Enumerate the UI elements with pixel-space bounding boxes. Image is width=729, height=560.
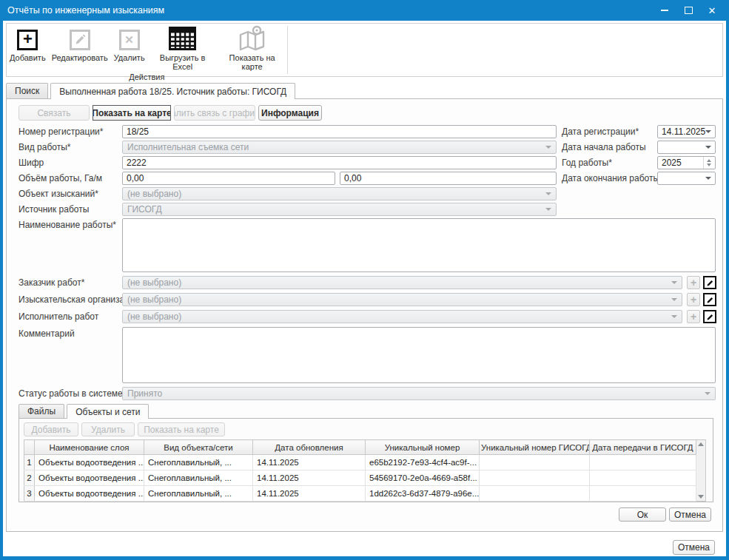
cell-gisogd-uid: [480, 455, 590, 470]
minimize-icon: [661, 10, 668, 11]
work-year-spinner[interactable]: 2025: [657, 156, 716, 169]
cell-layer: Объекты водоотведения ...: [35, 455, 144, 470]
tab-search[interactable]: Поиск: [6, 83, 48, 98]
tab-objects-networks[interactable]: Объекты и сети: [67, 404, 149, 419]
unlink-graphics-button: далить связь с графико: [174, 105, 255, 121]
volume-input-2[interactable]: [340, 172, 557, 185]
table-row[interactable]: 1 Объекты водоотведения ... Снегоплавиль…: [24, 455, 696, 470]
work-name-textarea[interactable]: [122, 218, 716, 272]
form-row-cipher: Шифр Год работы* 2025: [19, 156, 716, 169]
chevron-down-icon: [705, 130, 711, 133]
chevron-down-icon: [671, 298, 677, 301]
chevron-down-icon: [545, 192, 551, 195]
col-kind[interactable]: Вид объекта/сети: [144, 440, 253, 455]
spinner-buttons[interactable]: [703, 157, 711, 169]
info-button[interactable]: Информация: [258, 105, 322, 121]
chevron-down-icon: [705, 146, 711, 149]
toolbar-add-button[interactable]: + Добавить: [10, 26, 46, 62]
objects-show-on-map-button: Показать на карте: [138, 422, 225, 436]
toolbar-export-excel-button[interactable]: Выгрузить в Excel: [151, 26, 215, 71]
cell-gisogd-uid: [480, 470, 590, 486]
main-tabbar: Поиск Выполненная работа 18/25. Источник…: [6, 82, 723, 98]
window-cancel-button[interactable]: Отмена: [673, 540, 715, 555]
survey-org-add-button: +: [687, 293, 700, 306]
work-type-select: Исполнительная съемка сети: [122, 141, 557, 154]
cell-gisogd-date: [590, 455, 696, 470]
col-updated[interactable]: Дата обновления: [253, 440, 366, 455]
close-button[interactable]: ✕: [705, 4, 719, 16]
status-label: Статус работы в системе: [19, 388, 122, 399]
chevron-down-icon: [705, 177, 711, 180]
cell-uid: 54569170-2e0a-4669-a58f...: [366, 470, 480, 486]
col-layer[interactable]: Наименование слоя: [35, 440, 144, 455]
toolbar-delete-button: ✕ Удалить: [114, 26, 145, 62]
form-row-work-name: Наименование работы*: [19, 218, 716, 272]
link-button: Связать: [19, 105, 90, 121]
survey-org-edit-button[interactable]: [703, 293, 716, 306]
volume-input-1[interactable]: [122, 172, 335, 185]
cell-gisogd-date: [590, 470, 696, 486]
pencil-icon: [70, 30, 90, 50]
objects-add-button: Добавить: [24, 422, 78, 436]
form-row-executor: Исполнитель работ (не выбрано) +: [19, 310, 716, 323]
comment-textarea[interactable]: [122, 327, 716, 383]
chevron-down-icon: [671, 281, 677, 284]
table-header-row: Наименование слоя Вид объекта/сети Дата …: [24, 440, 696, 455]
cipher-label: Шифр: [19, 158, 122, 168]
work-type-value: Исполнительная съемка сети: [127, 142, 545, 152]
toolbar-edit-button: Редактировать: [52, 26, 108, 62]
reg-number-label: Номер регистрации*: [19, 126, 122, 137]
row-number: 3: [24, 486, 35, 502]
app-window: Отчёты по инженерным изысканиям ✕ + Доба…: [0, 0, 729, 560]
col-gisogd-uid[interactable]: Уникальный номер ГИСОГД: [480, 440, 590, 455]
cell-kind: Снегоплавильный, ...: [144, 486, 253, 502]
spin-down-icon: [707, 163, 711, 166]
col-gisogd-date[interactable]: Дата передачи в ГИСОГД: [590, 440, 696, 455]
cell-gisogd-date: [590, 486, 696, 502]
row-number: 1: [24, 455, 35, 470]
work-year-value: 2025: [662, 158, 682, 168]
form-row-work-source: Источник работы ГИСОГД: [19, 203, 716, 216]
comment-label: Комментарий: [19, 327, 122, 339]
cell-kind: Снегоплавильный, ...: [144, 455, 253, 470]
toolbar-edit-label: Редактировать: [52, 53, 108, 62]
table-vertical-scrollbar[interactable]: [696, 439, 706, 502]
chevron-down-icon: [705, 392, 710, 395]
action-buttons-row: Связать Показать на карте далить связь с…: [19, 105, 716, 121]
cancel-button[interactable]: Отмена: [669, 507, 711, 522]
reg-date-picker[interactable]: 14.11.2025: [657, 125, 716, 138]
reg-number-input[interactable]: [122, 125, 557, 138]
work-source-select: ГИСОГД: [122, 203, 557, 216]
cipher-input[interactable]: [122, 156, 557, 169]
cell-updated: 14.11.2025: [253, 455, 366, 470]
start-date-picker[interactable]: [657, 141, 716, 154]
table-row[interactable]: 2 Объекты водоотведения ... Снегоплавиль…: [24, 470, 696, 486]
pencil-icon: [706, 313, 714, 321]
customer-edit-button[interactable]: [703, 276, 716, 289]
tab-work[interactable]: Выполненная работа 18/25. Источник работ…: [50, 83, 295, 99]
cell-uid: e65b2192-7e93-4cf4-ac9f-...: [366, 455, 480, 470]
excel-table-icon: [169, 27, 196, 53]
tab-files[interactable]: Файлы: [19, 404, 64, 418]
executor-edit-button[interactable]: [703, 310, 716, 323]
table-row[interactable]: 3 Объекты водоотведения ... Снегоплавиль…: [24, 486, 696, 502]
row-number: 2: [24, 470, 35, 486]
toolbar-show-on-map-label: Показать на карте: [221, 53, 284, 71]
col-uid[interactable]: Уникальный номер: [366, 440, 480, 455]
form-row-reg-number: Номер регистрации* Дата регистрации* 14.…: [19, 125, 716, 138]
maximize-button[interactable]: [682, 4, 695, 16]
work-tab-panel: Связать Показать на карте далить связь с…: [6, 98, 723, 532]
chevron-down-icon: [545, 208, 551, 211]
toolbar-export-excel-label: Выгрузить в Excel: [151, 53, 215, 71]
objects-table: Наименование слоя Вид объекта/сети Дата …: [24, 439, 696, 502]
show-on-map-button[interactable]: Показать на карте: [93, 105, 171, 121]
minimize-button[interactable]: [658, 4, 671, 16]
objects-table-wrap: Наименование слоя Вид объекта/сети Дата …: [24, 439, 708, 502]
executor-label: Исполнитель работ: [19, 311, 122, 322]
volume-label: Объём работы, Га/м: [19, 173, 122, 183]
end-date-picker[interactable]: [657, 172, 716, 185]
customer-value: (не выбрано): [127, 277, 671, 288]
plus-icon: +: [17, 30, 38, 50]
ok-button[interactable]: Ок: [619, 507, 666, 522]
toolbar-group-actions: + Добавить Редактировать ✕ Удалить: [7, 24, 287, 76]
